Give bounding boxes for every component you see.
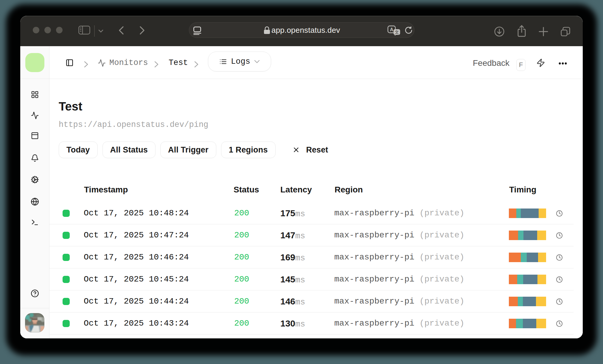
svg-text:文: 文 <box>395 30 399 35</box>
svg-text:A: A <box>390 27 394 32</box>
